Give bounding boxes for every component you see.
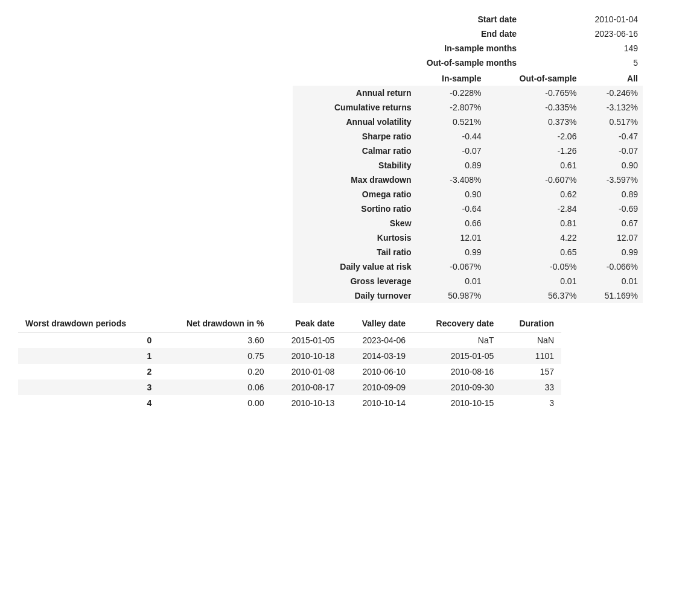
drawdown-index: 1 [18,348,159,364]
drawdown-index: 2 [18,364,159,379]
drawdown-net: 0.00 [159,395,271,411]
drawdown-index: 3 [18,379,159,395]
drawdown-duration: NaN [501,332,561,349]
drawdown-row: 2 0.20 2010-01-08 2010-06-10 2010-08-16 … [18,364,561,379]
stats-all: 0.517% [581,115,643,129]
stats-out-of-sample: 56.37% [486,288,581,303]
drawdown-net: 0.06 [159,379,271,395]
stats-out-of-sample: -1.26 [486,144,581,158]
stats-row: Kurtosis 12.01 4.22 12.07 [293,230,643,245]
drawdown-col-valley: Valley date [342,315,413,332]
start-date-label: Start date [293,12,521,27]
stats-out-of-sample: -2.84 [486,202,581,216]
stats-row: Tail ratio 0.99 0.65 0.99 [293,245,643,259]
drawdown-net: 0.75 [159,348,271,364]
meta-section: Start date 2010-01-04 End date 2023-06-1… [293,12,643,70]
stats-label: Max drawdown [293,173,416,187]
drawdown-recovery: 2015-01-05 [413,348,501,364]
drawdown-duration: 1101 [501,348,561,364]
drawdown-row: 1 0.75 2010-10-18 2014-03-19 2015-01-05 … [18,348,561,364]
stats-in-sample: 0.521% [416,115,486,129]
start-date-row: Start date 2010-01-04 [293,12,643,27]
stats-all: -0.246% [581,86,643,100]
in-sample-months-value: 149 [521,41,643,56]
stats-out-of-sample: 0.373% [486,115,581,129]
stats-all: 0.01 [581,274,643,288]
drawdown-col-recovery: Recovery date [413,315,501,332]
stats-out-of-sample: -0.607% [486,173,581,187]
drawdown-col-duration: Duration [501,315,561,332]
stats-in-sample: 0.90 [416,187,486,202]
drawdown-col-net: Net drawdown in % [159,315,271,332]
stats-label: Daily turnover [293,288,416,303]
stats-label: Tail ratio [293,245,416,259]
stats-all: 0.99 [581,245,643,259]
stats-out-of-sample: 4.22 [486,230,581,245]
drawdown-row: 0 3.60 2015-01-05 2023-04-06 NaT NaN [18,332,561,349]
stats-out-of-sample: 0.61 [486,158,581,173]
stats-label: Calmar ratio [293,144,416,158]
end-date-value: 2023-06-16 [521,27,643,41]
empty-header [293,71,416,86]
stats-all: 0.67 [581,216,643,230]
stats-row: Calmar ratio -0.07 -1.26 -0.07 [293,144,643,158]
drawdown-header-row: Worst drawdown periods Net drawdown in %… [18,315,561,332]
drawdown-duration: 33 [501,379,561,395]
in-sample-header: In-sample [416,71,486,86]
stats-label: Skew [293,216,416,230]
drawdown-recovery: NaT [413,332,501,349]
stats-out-of-sample: -0.765% [486,86,581,100]
drawdown-row: 4 0.00 2010-10-13 2010-10-14 2010-10-15 … [18,395,561,411]
all-header: All [581,71,643,86]
stats-label: Sortino ratio [293,202,416,216]
stats-out-of-sample: -0.335% [486,100,581,115]
stats-out-of-sample: 0.65 [486,245,581,259]
stats-label: Sharpe ratio [293,129,416,144]
drawdown-valley: 2014-03-19 [342,348,413,364]
end-date-label: End date [293,27,521,41]
stats-label: Daily value at risk [293,259,416,274]
drawdown-net: 3.60 [159,332,271,349]
drawdown-valley: 2010-06-10 [342,364,413,379]
stats-all: -0.47 [581,129,643,144]
drawdown-col-index: Worst drawdown periods [18,315,159,332]
stats-in-sample: -0.64 [416,202,486,216]
stats-out-of-sample: 0.01 [486,274,581,288]
drawdown-duration: 157 [501,364,561,379]
out-of-sample-months-label: Out-of-sample months [293,56,521,70]
drawdown-valley: 2010-09-09 [342,379,413,395]
drawdown-col-peak: Peak date [271,315,342,332]
stats-all: -0.07 [581,144,643,158]
stats-header-row: In-sample Out-of-sample All [293,71,643,86]
stats-label: Annual return [293,86,416,100]
stats-row: Sortino ratio -0.64 -2.84 -0.69 [293,202,643,216]
stats-label: Gross leverage [293,274,416,288]
stats-in-sample: -0.067% [416,259,486,274]
stats-in-sample: 0.66 [416,216,486,230]
stats-row: Sharpe ratio -0.44 -2.06 -0.47 [293,129,643,144]
drawdown-valley: 2023-04-06 [342,332,413,349]
drawdown-peak: 2015-01-05 [271,332,342,349]
stats-all: 51.169% [581,288,643,303]
stats-row: Annual return -0.228% -0.765% -0.246% [293,86,643,100]
in-sample-months-row: In-sample months 149 [293,41,643,56]
drawdown-index: 0 [18,332,159,349]
stats-in-sample: -0.07 [416,144,486,158]
stats-row: Daily turnover 50.987% 56.37% 51.169% [293,288,643,303]
drawdown-net: 0.20 [159,364,271,379]
stats-label: Omega ratio [293,187,416,202]
stats-label: Cumulative returns [293,100,416,115]
stats-in-sample: -0.228% [416,86,486,100]
stats-row: Gross leverage 0.01 0.01 0.01 [293,274,643,288]
stats-out-of-sample: 0.81 [486,216,581,230]
stats-in-sample: 12.01 [416,230,486,245]
out-of-sample-months-value: 5 [521,56,643,70]
stats-row: Omega ratio 0.90 0.62 0.89 [293,187,643,202]
stats-all: -3.597% [581,173,643,187]
start-date-value: 2010-01-04 [521,12,643,27]
stats-label: Stability [293,158,416,173]
drawdown-valley: 2010-10-14 [342,395,413,411]
drawdown-recovery: 2010-09-30 [413,379,501,395]
end-date-row: End date 2023-06-16 [293,27,643,41]
stats-in-sample: -2.807% [416,100,486,115]
